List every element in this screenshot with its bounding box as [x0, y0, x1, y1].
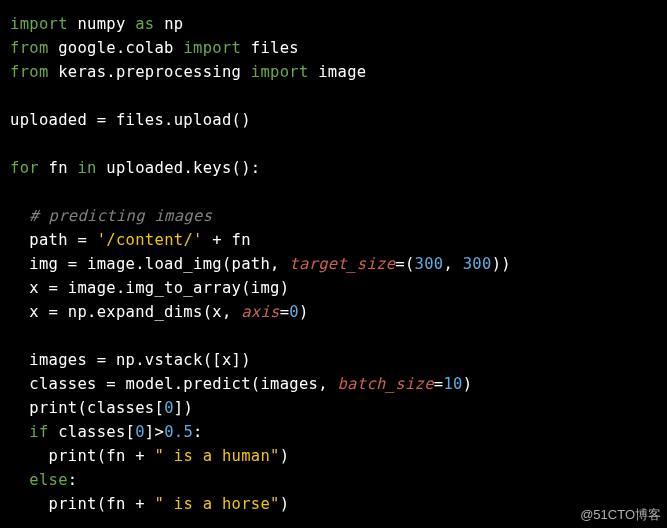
code-line-10: path = '/content/' + fn [10, 231, 251, 249]
kwarg: target_size [289, 255, 395, 273]
code-block: import numpy as np from google.colab imp… [0, 0, 667, 528]
number-literal: 0 [135, 423, 145, 441]
code-line-19: print(fn + " is a human") [10, 447, 289, 465]
string-literal: '/content/' [97, 231, 203, 249]
string-literal: " is a horse" [154, 495, 279, 513]
kwarg: axis [241, 303, 280, 321]
number-literal: 300 [463, 255, 492, 273]
watermark-label: @51CTO博客 [580, 506, 661, 524]
number-literal: 300 [415, 255, 444, 273]
code-line-20: else: [10, 471, 77, 489]
comment: # predicting images [29, 207, 212, 225]
keyword-else: else [29, 471, 68, 489]
code-line-12: x = image.img_to_array(img) [10, 279, 289, 297]
code-line-3: from keras.preprocessing import image [10, 63, 366, 81]
kwarg: batch_size [337, 375, 433, 393]
code-line-15: images = np.vstack([x]) [10, 351, 251, 369]
code-line-2: from google.colab import files [10, 39, 299, 57]
string-literal: " is a human" [154, 447, 279, 465]
number-literal: 0 [289, 303, 299, 321]
code-line-7: for fn in uploaded.keys(): [10, 159, 260, 177]
code-line-21: print(fn + " is a horse") [10, 495, 289, 513]
code-line-9: # predicting images [10, 207, 212, 225]
number-literal: 0.5 [164, 423, 193, 441]
code-line-1: import numpy as np [10, 15, 183, 33]
code-line-5: uploaded = files.upload() [10, 111, 251, 129]
keyword-from: from [10, 39, 49, 57]
keyword-import: import [251, 63, 309, 81]
code-line-11: img = image.load_img(path, target_size=(… [10, 255, 511, 273]
code-line-16: classes = model.predict(images, batch_si… [10, 375, 472, 393]
keyword-from: from [10, 63, 49, 81]
keyword-as: as [135, 15, 154, 33]
number-literal: 0 [164, 399, 174, 417]
code-line-17: print(classes[0]) [10, 399, 193, 417]
keyword-import: import [183, 39, 241, 57]
code-line-13: x = np.expand_dims(x, axis=0) [10, 303, 309, 321]
keyword-if: if [29, 423, 48, 441]
keyword-in: in [77, 159, 96, 177]
code-line-18: if classes[0]>0.5: [10, 423, 203, 441]
keyword-import: import [10, 15, 68, 33]
number-literal: 10 [443, 375, 462, 393]
keyword-for: for [10, 159, 39, 177]
